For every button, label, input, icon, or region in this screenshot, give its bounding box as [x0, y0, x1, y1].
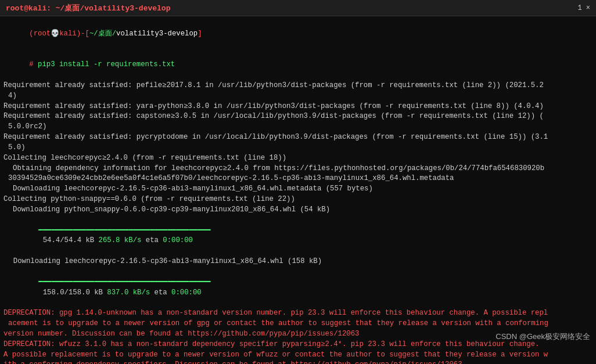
tab-number[interactable]: 1 ×	[577, 4, 590, 12]
line-req1b: 4)	[3, 91, 593, 102]
terminal-title: root@kali: ~/桌面/volatility3-develop	[6, 3, 170, 13]
prompt-1: (root💀kali)-[~/桌面/volatility3-develop]	[29, 30, 202, 38]
cmd-hash: #	[29, 60, 38, 69]
terminal-body: (root💀kali)-[~/桌面/volatility3-develop] #…	[0, 16, 596, 364]
line-1-cmd: # pip3 install -r requirements.txt	[3, 49, 593, 80]
line-req3: Requirement already satisfied: capstone≥…	[3, 111, 593, 122]
line-collect1: Collecting leechcorepyc≥2.4.0 (from -r r…	[3, 153, 593, 164]
title-prompt-text: root@kali: ~/桌面/volatility3-develop	[6, 4, 170, 13]
line-req4: Requirement already satisfied: pycryptod…	[3, 132, 593, 143]
line-dl-meta: Downloading leechcorepyc-2.16.5-cp36-abi…	[3, 184, 593, 194]
line-obtain2: 30394529a0ce6309e24cbb2e6ee5a0f4c1e6a5f0…	[3, 174, 593, 184]
watermark: CSDN @Geek极安网络安全	[496, 331, 590, 342]
terminal-window: root@kali: ~/桌面/volatility3-develop 1 × …	[0, 0, 596, 364]
line-dl-snappy: Downloading python_snappy-0.6.0-cp39-cp3…	[3, 205, 593, 215]
deprecation-2b: A possible replacement is to upgrade to …	[3, 350, 593, 361]
line-req3b: 5.0.0rc2)	[3, 122, 593, 132]
progress-bar-2: ━━━━━━━━━━━━━━━━━━━━━━━━━━━━━━━━━━━━━━━━…	[3, 267, 593, 308]
deprecation-1: DEPRECATION: gpg 1.14.0-unknown has a no…	[3, 308, 593, 319]
line-req2: Requirement already satisfied: yara-pyth…	[3, 102, 593, 112]
line-req1: Requirement already satisfied: pefile≥20…	[3, 81, 593, 91]
line-req4b: 5.0)	[3, 143, 593, 153]
line-obtain: Obtaining dependency information for lee…	[3, 164, 593, 174]
line-collect2: Collecting python-snappy==0.6.0 (from -r…	[3, 194, 593, 205]
cmd-text: pip3 install -r requirements.txt	[38, 60, 175, 69]
progress-bar-1: ━━━━━━━━━━━━━━━━━━━━━━━━━━━━━━━━━━━━━━━━…	[3, 215, 593, 257]
line-dl-leech: Downloading leechcorepyc-2.16.5-cp36-abi…	[3, 257, 593, 267]
line-1: (root💀kali)-[~/桌面/volatility3-develop]	[3, 19, 593, 49]
deprecation-2c: ith a conforming dependency specifiers. …	[3, 360, 593, 364]
deprecation-1b: acement is to upgrade to a newer version…	[3, 319, 593, 329]
title-bar: root@kali: ~/桌面/volatility3-develop 1 ×	[0, 0, 596, 16]
